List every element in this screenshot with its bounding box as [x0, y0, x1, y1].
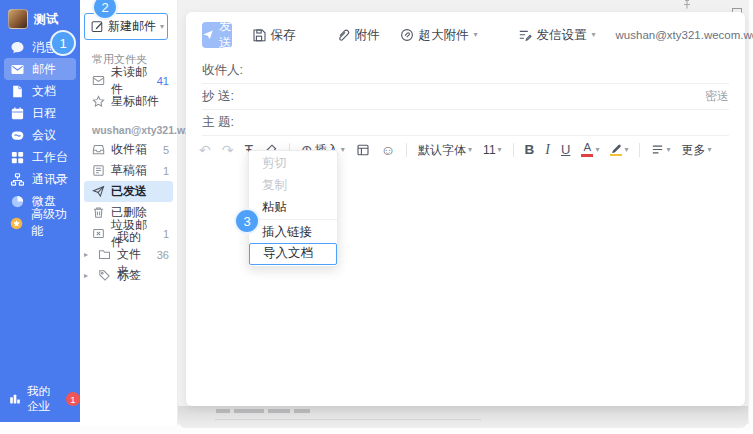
subject-field[interactable]: 主 题: — [202, 110, 729, 136]
from-account-label: wushan@xty321.wecom.work — [616, 29, 753, 41]
chevron-right-icon[interactable]: ▸ — [84, 271, 92, 280]
mail-icon — [9, 61, 25, 77]
save-icon — [252, 28, 266, 42]
paperclip-icon — [336, 28, 350, 42]
folder-label: 收件箱 — [111, 141, 147, 158]
folder-count: 1 — [163, 228, 169, 240]
save-button[interactable]: 保存 — [252, 27, 296, 44]
folder-item-starred[interactable]: 星标邮件 — [80, 91, 177, 112]
from-account-selector[interactable]: wushan@xty321.wecom.work ▾ — [616, 29, 753, 41]
attachment-button[interactable]: 附件 — [336, 27, 380, 44]
menu-item-paste[interactable]: 粘贴 — [249, 196, 337, 218]
font-size-select[interactable]: 11 ▾ — [483, 144, 501, 156]
meeting-icon — [9, 127, 25, 143]
calendar-icon — [9, 105, 25, 121]
profile-name: 测试 — [34, 11, 58, 28]
tag-icon — [98, 269, 111, 282]
undo-icon[interactable]: ↶ — [199, 143, 211, 157]
dimmed-text-fragment — [216, 409, 310, 413]
folder-icon — [98, 248, 111, 261]
folder-item-tags[interactable]: ▸ 标签 — [80, 265, 177, 286]
dimmed-background-window — [178, 406, 748, 428]
sidebar-item-label: 日程 — [32, 105, 56, 122]
menu-item-import-document[interactable]: 导入文档 — [249, 243, 337, 265]
menu-item-copy[interactable]: 复制 — [249, 174, 337, 196]
sidebar-item-docs[interactable]: 文档 — [4, 80, 76, 102]
sidebar-item-enterprise[interactable]: 我的企业 1 — [0, 384, 80, 414]
sidebar-item-contacts[interactable]: 通讯录 — [4, 168, 76, 190]
main-sidebar: 测试 消息 邮件 文档 — [0, 0, 80, 422]
menu-item-cut[interactable]: 剪切 — [249, 152, 337, 174]
sidebar-item-calendar[interactable]: 日程 — [4, 102, 76, 124]
folder-count: 36 — [157, 249, 169, 261]
italic-button[interactable]: I — [545, 143, 550, 157]
chevron-right-icon[interactable]: ▸ — [84, 250, 92, 259]
large-attachment-button[interactable]: 超大附件 ▾ — [400, 27, 478, 44]
folder-count: 5 — [163, 144, 169, 156]
sidebar-item-label: 工作台 — [32, 149, 68, 166]
org-chart-icon — [9, 171, 25, 187]
chevron-down-icon: ▾ — [707, 146, 711, 154]
sidebar-item-label: 文档 — [32, 83, 56, 100]
sidebar-item-mail[interactable]: 邮件 — [4, 58, 76, 80]
alignment-button[interactable]: ▾ — [651, 143, 670, 156]
chevron-down-icon: ▾ — [592, 31, 596, 39]
send-button[interactable]: 发送 — [202, 22, 232, 48]
compose-icon — [91, 20, 104, 33]
underline-button[interactable]: U — [561, 143, 570, 156]
folder-item-inbox[interactable]: 收件箱 5 — [80, 139, 177, 160]
attachment-label: 附件 — [355, 27, 380, 44]
chevron-down-icon: ▾ — [595, 146, 599, 154]
sidebar-item-workbench[interactable]: 工作台 — [4, 146, 76, 168]
spam-icon — [92, 227, 105, 240]
folder-item-unread[interactable]: 未读邮件 41 — [80, 70, 177, 91]
cc-label: 抄 送: — [202, 88, 234, 105]
font-color-letter: A — [584, 142, 592, 154]
advanced-features-icon — [9, 215, 24, 231]
sidebar-item-meeting[interactable]: 会议 — [4, 124, 76, 146]
folder-item-sent[interactable]: 已发送 — [84, 181, 173, 202]
highlight-color-button[interactable]: ▾ — [610, 143, 628, 157]
draft-icon — [92, 164, 105, 177]
redo-icon[interactable]: ↷ — [222, 143, 234, 157]
more-button[interactable]: 更多 ▾ — [681, 144, 711, 156]
format-divider — [513, 143, 514, 157]
enterprise-icon — [8, 391, 22, 407]
disk-icon — [9, 193, 25, 209]
format-divider — [406, 143, 407, 157]
to-label: 收件人: — [202, 62, 243, 79]
profile[interactable]: 测试 — [0, 0, 80, 33]
send-plane-icon — [202, 29, 214, 41]
folder-panel: 新建邮件 ▾ 常用文件夹 未读邮件 41 星标邮件 wushan@xty321.… — [80, 0, 178, 426]
bcc-toggle[interactable]: 密送 — [705, 88, 729, 105]
send-settings-button[interactable]: 发信设置 ▾ — [518, 27, 596, 44]
emoji-icon[interactable]: ☺ — [381, 143, 395, 157]
bold-button[interactable]: B — [525, 143, 535, 157]
chat-bubble-icon — [9, 39, 25, 55]
font-family-select[interactable]: 默认字体 ▾ — [418, 144, 472, 156]
avatar — [8, 9, 28, 29]
folder-label: 标签 — [117, 267, 141, 284]
highlight-color-swatch — [610, 154, 622, 157]
large-attachment-label: 超大附件 — [419, 27, 469, 44]
grid-icon — [9, 149, 25, 165]
template-icon[interactable] — [356, 143, 370, 157]
chevron-down-icon: ▾ — [160, 23, 164, 31]
cc-field[interactable]: 抄 送: 密送 — [202, 84, 729, 110]
star-icon — [92, 95, 105, 108]
format-divider — [639, 143, 640, 157]
folder-item-my-folders[interactable]: ▸ 我的文件夹 36 — [80, 244, 177, 265]
sidebar-item-label: 通讯录 — [32, 171, 68, 188]
folder-item-drafts[interactable]: 草稿箱 1 — [80, 160, 177, 181]
chevron-down-icon: ▾ — [498, 146, 502, 154]
inbox-icon — [92, 143, 105, 156]
to-field[interactable]: 收件人: — [202, 58, 729, 84]
sidebar-item-advanced[interactable]: 高级功能 — [4, 212, 76, 234]
font-color-button[interactable]: A ▾ — [581, 142, 599, 157]
more-label: 更多 — [681, 144, 705, 156]
menu-item-insert-link[interactable]: 插入链接 — [249, 221, 337, 243]
enterprise-badge: 1 — [66, 392, 80, 406]
subject-label: 主 题: — [202, 114, 234, 131]
paper-plane-icon — [92, 185, 105, 198]
annotation-step-1: 1 — [50, 30, 76, 56]
